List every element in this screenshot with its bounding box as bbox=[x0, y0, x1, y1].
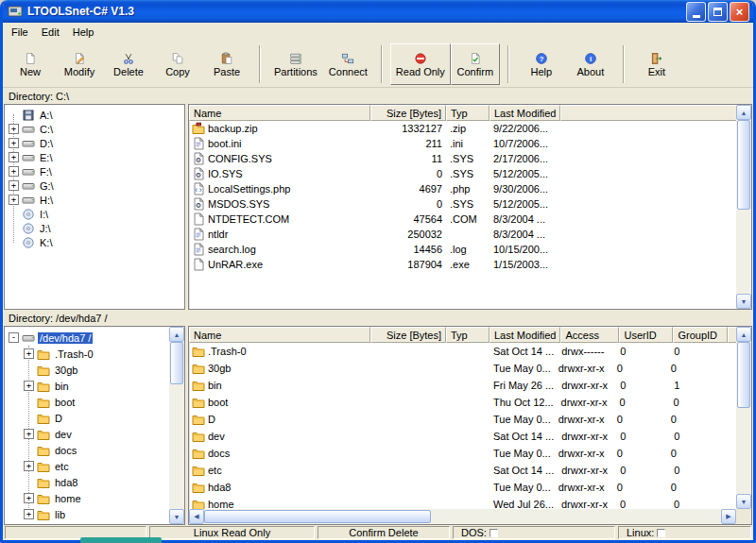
linux-tree-item[interactable]: +etc bbox=[5, 458, 169, 474]
menu-file[interactable]: File bbox=[5, 25, 35, 40]
menu-help[interactable]: Help bbox=[66, 25, 101, 40]
expander-plus-icon[interactable]: + bbox=[9, 166, 19, 177]
toolbar-button-paste[interactable]: Paste bbox=[202, 43, 251, 85]
column-header-modified[interactable]: Last Modified bbox=[490, 327, 560, 343]
scroll-up-button[interactable]: ▲ bbox=[736, 105, 751, 120]
toolbar-button-new[interactable]: New bbox=[6, 43, 55, 85]
toolbar-button-partitions[interactable]: Partitions bbox=[268, 43, 323, 85]
drive-tree-item[interactable]: K:\ bbox=[5, 235, 184, 249]
dos-file-row[interactable]: ntldr2500328/3/2004 ... bbox=[189, 227, 736, 242]
title-bar[interactable]: LTOOLSnet-C# V1.3 × bbox=[3, 0, 753, 23]
dos-file-row[interactable]: LocalSettings.php4697.php9/30/2006... bbox=[189, 181, 736, 196]
expander-plus-icon[interactable]: + bbox=[24, 429, 34, 439]
linux-file-row[interactable]: homeWed Jul 26...drwxr-xr-x00 bbox=[189, 496, 736, 509]
dos-file-row[interactable]: NTDETECT.COM47564.COM8/3/2004 ... bbox=[189, 212, 736, 227]
scroll-up-button[interactable]: ▲ bbox=[169, 327, 184, 342]
linux-file-row[interactable]: docsTue May 0...drwxr-xr-x00 bbox=[189, 445, 736, 462]
column-header-typ[interactable]: Typ bbox=[446, 105, 490, 121]
scroll-left-button[interactable]: ◀ bbox=[189, 509, 204, 524]
expander-plus-icon[interactable]: + bbox=[9, 195, 19, 205]
column-header-size[interactable]: Size [Bytes] bbox=[370, 105, 446, 121]
scroll-track[interactable] bbox=[169, 342, 184, 509]
linux-file-row[interactable]: devSat Oct 14 ...drwxr-xr-x00 bbox=[189, 428, 736, 445]
linux-tree-item[interactable]: hda8 bbox=[5, 474, 169, 490]
toolbar-button-about[interactable]: iAbout bbox=[566, 43, 615, 85]
linux-file-row[interactable]: .Trash-0Sat Oct 14 ...drwx------00 bbox=[189, 343, 736, 360]
scroll-track[interactable] bbox=[736, 342, 751, 494]
expander-plus-icon[interactable]: + bbox=[24, 461, 34, 471]
toolbar-button-help[interactable]: ?Help bbox=[517, 43, 566, 85]
linux-tree-item[interactable]: +lost+found bbox=[5, 522, 169, 524]
linux-tree-item[interactable]: -/dev/hda7 / bbox=[5, 330, 169, 346]
maximize-button[interactable] bbox=[708, 2, 728, 22]
column-header-typ[interactable]: Typ bbox=[446, 327, 490, 343]
scroll-up-button[interactable]: ▲ bbox=[736, 327, 751, 342]
linux-tree-item[interactable]: docs bbox=[5, 442, 169, 458]
column-header-modified[interactable]: Last Modified bbox=[490, 105, 560, 121]
drive-tree-item[interactable]: +H:\ bbox=[5, 193, 184, 207]
scroll-down-button[interactable]: ▼ bbox=[736, 494, 751, 509]
linux-file-row[interactable]: etcSat Oct 14 ...drwxr-xr-x00 bbox=[189, 462, 736, 479]
expander-plus-icon[interactable]: + bbox=[24, 381, 34, 391]
scroll-down-button[interactable]: ▼ bbox=[169, 509, 184, 524]
linux-list-horizontal-scrollbar[interactable]: ◀ ▶ bbox=[189, 509, 736, 524]
scroll-thumb[interactable] bbox=[204, 510, 431, 523]
drive-tree-item[interactable]: J:\ bbox=[5, 221, 184, 235]
expander-plus-icon[interactable]: + bbox=[24, 493, 34, 503]
linux-file-row[interactable]: 30gbTue May 0...drwxr-xr-x00 bbox=[189, 360, 736, 377]
column-header-name[interactable]: Name bbox=[189, 105, 370, 121]
linux-tree-item[interactable]: D bbox=[5, 410, 169, 426]
expander-plus-icon[interactable]: + bbox=[9, 180, 19, 191]
menu-edit[interactable]: Edit bbox=[35, 25, 66, 40]
close-button[interactable]: × bbox=[730, 2, 749, 22]
linux-file-row[interactable]: bootThu Oct 12...drwxr-xr-x00 bbox=[189, 394, 736, 411]
linux-tree-item[interactable]: +lib bbox=[5, 506, 169, 522]
expander-plus-icon[interactable]: + bbox=[9, 152, 19, 162]
dos-file-row[interactable]: boot.ini211.ini10/7/2006... bbox=[189, 136, 736, 151]
linux-file-row[interactable]: hda8Tue May 0...drwxr-xr-x00 bbox=[189, 479, 736, 496]
drive-tree-item[interactable]: A:\ bbox=[5, 108, 184, 122]
drive-tree-item[interactable]: +E:\ bbox=[5, 150, 184, 164]
expander-plus-icon[interactable]: + bbox=[24, 509, 34, 519]
dos-file-row[interactable]: search.log14456.log10/15/200... bbox=[189, 242, 736, 257]
column-header-access[interactable]: Access bbox=[560, 327, 619, 343]
linux-tree-item[interactable]: +bin bbox=[5, 378, 169, 394]
dos-file-row[interactable]: backup.zip1332127.zip9/22/2006... bbox=[189, 121, 736, 136]
column-header-userid[interactable]: UserID bbox=[619, 327, 673, 343]
drive-tree-item[interactable]: +C:\ bbox=[5, 122, 184, 136]
linux-list-vertical-scrollbar[interactable]: ▲ ▼ bbox=[736, 327, 751, 509]
drive-tree-item[interactable]: +F:\ bbox=[5, 164, 184, 178]
toolbar-button-confirm[interactable]: Confirm bbox=[451, 43, 500, 85]
toolbar-button-read-only[interactable]: Read Only bbox=[390, 43, 451, 85]
toolbar-button-exit[interactable]: Exit bbox=[632, 43, 681, 85]
linux-file-row[interactable]: binFri May 26 ...drwxr-xr-x01 bbox=[189, 377, 736, 394]
expander-plus-icon[interactable]: + bbox=[24, 348, 34, 359]
scroll-down-button[interactable]: ▼ bbox=[736, 294, 751, 309]
scroll-right-button[interactable]: ▶ bbox=[721, 509, 736, 524]
dos-file-row[interactable]: IO.SYS0.SYS5/12/2005... bbox=[189, 166, 736, 181]
expander-plus-icon[interactable]: + bbox=[9, 138, 19, 148]
toolbar-button-copy[interactable]: Copy bbox=[153, 43, 202, 85]
drive-tree-item[interactable]: +G:\ bbox=[5, 178, 184, 193]
scroll-track[interactable] bbox=[204, 509, 721, 524]
expander-minus-icon[interactable]: - bbox=[9, 332, 19, 343]
expander-plus-icon[interactable]: + bbox=[9, 124, 19, 134]
linux-file-row[interactable]: DTue May 0...drwxr-xr-x00 bbox=[189, 411, 736, 428]
dos-file-row[interactable]: CONFIG.SYS11.SYS2/17/2006... bbox=[189, 151, 736, 166]
drive-tree-item[interactable]: I:\ bbox=[5, 207, 184, 221]
linux-tree-item[interactable]: +dev bbox=[5, 426, 169, 442]
column-header-size[interactable]: Size [Bytes] bbox=[370, 327, 446, 343]
linux-tree-item[interactable]: boot bbox=[5, 394, 169, 410]
column-header-name[interactable]: Name bbox=[189, 327, 370, 343]
linux-tree-vertical-scrollbar[interactable]: ▲ ▼ bbox=[169, 327, 184, 524]
linux-tree-item[interactable]: 30gb bbox=[5, 362, 169, 378]
drive-tree-item[interactable]: +D:\ bbox=[5, 136, 184, 150]
dos-file-row[interactable]: MSDOS.SYS0.SYS5/12/2005... bbox=[189, 196, 736, 212]
dos-file-row[interactable]: UnRAR.exe187904.exe1/15/2003... bbox=[189, 257, 736, 272]
toolbar-button-delete[interactable]: Delete bbox=[104, 43, 153, 85]
toolbar-button-modify[interactable]: Modify bbox=[55, 43, 104, 85]
linux-tree-item[interactable]: +home bbox=[5, 490, 169, 506]
scroll-thumb[interactable] bbox=[170, 342, 183, 384]
scroll-thumb[interactable] bbox=[737, 342, 750, 408]
dos-list-vertical-scrollbar[interactable]: ▲ ▼ bbox=[736, 105, 751, 309]
